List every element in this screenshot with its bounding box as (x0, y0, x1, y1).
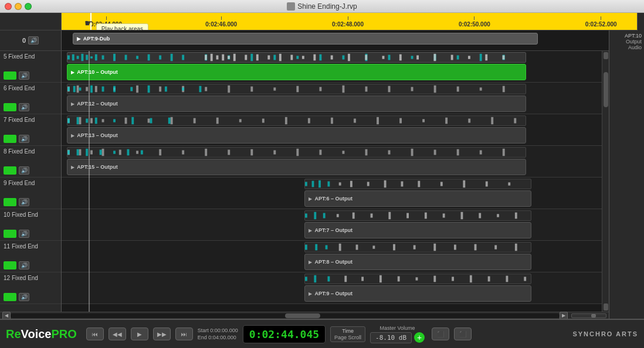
right-info-panel: APT:10 Output Audio (609, 30, 644, 319)
svg-rect-35 (245, 55, 248, 60)
track-0-speaker[interactable]: 🔊 (19, 71, 29, 80)
transport-extra-btn-2[interactable]: ⬛ (454, 327, 472, 340)
track-3-speaker[interactable]: 🔊 (19, 166, 29, 175)
track-1-green-btn[interactable] (4, 103, 16, 111)
track-3-play-btn: ▶ (71, 165, 74, 170)
track-7-speaker[interactable]: 🔊 (19, 293, 29, 301)
svg-rect-70 (411, 87, 413, 91)
track-5-wave (305, 211, 531, 220)
track-0-output-clip[interactable]: ▶ APT:10 – Output (67, 64, 526, 80)
track-6-speaker[interactable]: 🔊 (19, 261, 29, 269)
track-label-5: 10 Fixed End 🔊 (0, 209, 61, 241)
scroll-right-btn[interactable]: ▶ (560, 312, 568, 319)
svg-rect-42 (331, 55, 333, 59)
track-3-input-clip[interactable] (67, 147, 526, 158)
track-5-input-clip[interactable] (304, 210, 531, 221)
svg-rect-157 (486, 182, 488, 187)
svg-rect-30 (211, 54, 213, 61)
vertical-scrollbar[interactable] (602, 51, 609, 312)
transport-extra-btn-1[interactable]: ⬛ (432, 327, 449, 340)
track-row-2: ▶ APT:13 – Output (62, 114, 602, 146)
scroll-thumb-h[interactable] (285, 313, 320, 318)
track-0-green-btn[interactable] (4, 71, 16, 80)
transport-play-btn[interactable]: ▶ (131, 327, 148, 340)
scroll-track[interactable] (11, 313, 560, 318)
brand-logo: Re Voice PRO (6, 327, 77, 341)
track-2-output-clip[interactable]: ▶ APT:13 – Output (67, 127, 526, 144)
close-button[interactable] (5, 3, 12, 10)
track-3-green-btn[interactable] (4, 166, 16, 175)
track-5-green-btn[interactable] (4, 230, 16, 238)
track-4-output-clip[interactable]: ▶ APT:6 – Output (304, 190, 531, 207)
svg-rect-177 (356, 245, 358, 250)
svg-rect-9 (125, 55, 127, 60)
track-7-input-clip[interactable] (304, 274, 531, 284)
track-1-output-clip[interactable]: ▶ APT:12 – Output (67, 95, 526, 112)
track-4-input-clip[interactable] (304, 179, 531, 189)
svg-rect-74 (503, 86, 505, 93)
svg-rect-32 (222, 54, 225, 61)
apt9-dub-clip[interactable]: ▶ APT:9-Dub (73, 33, 538, 45)
track-4-green-btn[interactable] (4, 198, 16, 206)
svg-rect-0 (67, 55, 70, 59)
track-7-green-btn[interactable] (4, 293, 16, 301)
svg-rect-146 (312, 181, 314, 187)
minimize-button[interactable] (15, 3, 22, 10)
svg-rect-147 (319, 180, 321, 187)
track-7-output-clip[interactable]: ▶ APT:9 – Output (304, 285, 531, 302)
time-mode-selector[interactable]: Time Page Scroll (330, 326, 365, 342)
transport-back-btn[interactable]: ◀◀ (109, 327, 126, 340)
svg-rect-168 (443, 213, 445, 217)
scroll-left-btn[interactable]: ◀ (2, 312, 11, 319)
track-7-wave (305, 274, 531, 284)
transport-fwd-btn[interactable]: ▶▶ (153, 327, 171, 340)
track-3-output-clip[interactable]: ▶ APT:15 – Output (67, 159, 526, 175)
top-speaker-btn[interactable]: 🔊 (28, 36, 39, 45)
track-2-input-clip[interactable] (67, 115, 526, 126)
transport-ffwd-btn[interactable]: ⏭ (175, 327, 193, 340)
track-2-green-btn[interactable] (4, 135, 16, 143)
track-2-speaker[interactable]: 🔊 (19, 135, 29, 143)
transport-rewind-btn[interactable]: ⏮ (86, 327, 104, 340)
svg-rect-160 (314, 212, 317, 219)
track-1-input-clip[interactable] (67, 84, 526, 94)
apt9-play-icon: ▶ (77, 36, 81, 42)
maximize-button[interactable] (25, 3, 32, 10)
track-label-2: 7 Fixed End 🔊 (0, 114, 61, 146)
scroll-up-btn[interactable] (604, 52, 608, 59)
track-row-0: ▶ APT:10 – Output (62, 51, 602, 83)
track-5-speaker[interactable]: 🔊 (19, 230, 29, 238)
track-7-output-label: APT:9 – Output (314, 291, 352, 296)
track-1-speaker[interactable]: 🔊 (19, 103, 29, 111)
tracks-wrapper: 0 🔊 ▶ APT:9-Dub 5 Fixed End (0, 30, 644, 319)
window-controls (5, 3, 32, 10)
track-6-green-btn[interactable] (4, 261, 16, 269)
svg-rect-82 (148, 86, 150, 93)
svg-rect-109 (77, 117, 79, 124)
svg-rect-190 (362, 277, 364, 281)
horizontal-scrollbar[interactable]: ◀ ▶ (0, 312, 609, 319)
track-6-play-btn: ▶ (309, 260, 312, 265)
brand-voice: Voice (21, 327, 52, 341)
track-row-4: ▶ APT:6 – Output (62, 178, 602, 209)
track-0-input-clip[interactable] (67, 52, 526, 63)
track-4-speaker[interactable]: 🔊 (19, 198, 29, 206)
track-6-input-clip[interactable] (304, 242, 531, 253)
master-vol-plus-btn[interactable]: + (414, 332, 425, 343)
scroll-thumb[interactable] (604, 72, 608, 107)
timeline-header: 0:02:44.000 0:02:46.000 0:02:48.000 0:02… (0, 13, 644, 30)
track-label-6: 11 Fixed End 🔊 (0, 241, 61, 272)
zoom-slider[interactable] (571, 313, 606, 318)
svg-rect-10 (136, 56, 138, 59)
svg-rect-44 (365, 55, 368, 60)
zoom-handle[interactable] (591, 314, 596, 318)
svg-rect-45 (382, 56, 385, 59)
track-6-controls: 🔊 (4, 261, 57, 269)
track-6-output-clip[interactable]: ▶ APT:8 – Output (304, 254, 531, 270)
vert-scroll-top (637, 13, 644, 30)
track-5-output-clip[interactable]: ▶ APT:7 – Output (304, 222, 531, 238)
svg-rect-154 (418, 181, 421, 187)
scroll-down-btn[interactable] (604, 303, 608, 311)
svg-rect-12 (159, 55, 161, 59)
timeline-ruler[interactable]: 0:02:44.000 0:02:46.000 0:02:48.000 0:02… (62, 13, 637, 30)
